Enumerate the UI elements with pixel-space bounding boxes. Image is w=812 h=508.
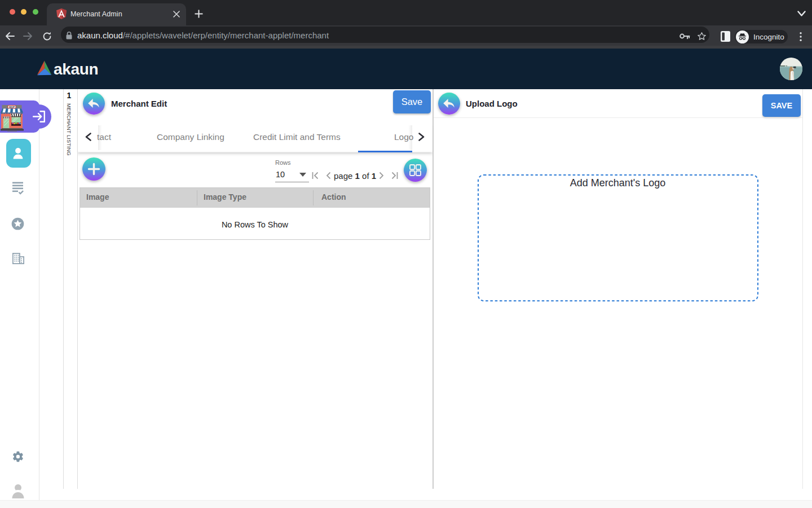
svg-text:SHOP: SHOP (9, 106, 15, 108)
